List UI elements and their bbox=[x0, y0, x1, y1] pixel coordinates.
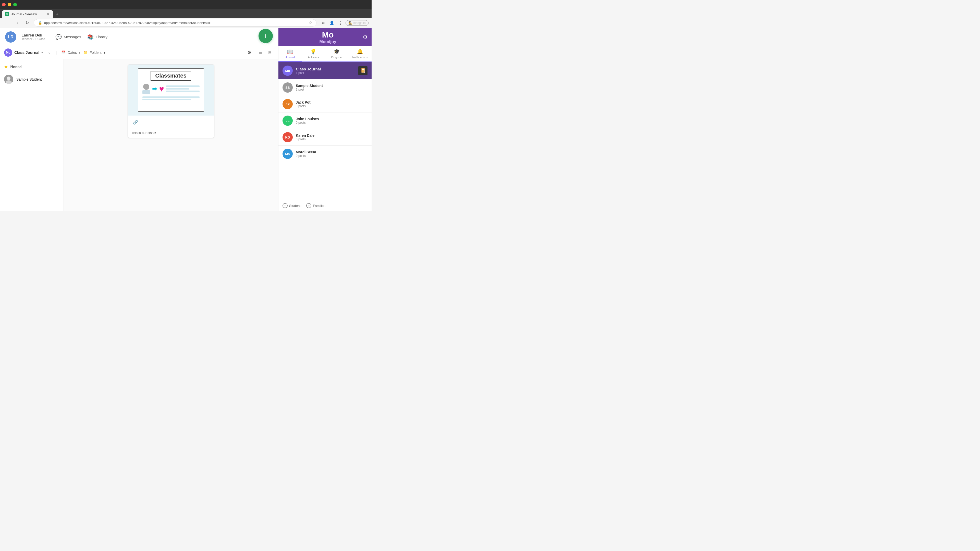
maximize-window-button[interactable] bbox=[13, 3, 17, 6]
incognito-indicator: 🕵 Incognito bbox=[345, 20, 369, 26]
url-bar[interactable]: 🔒 app.seesaw.me/#/class/class.e01bf4c2-9… bbox=[34, 19, 317, 27]
classmates-title: Classmates bbox=[151, 71, 191, 81]
classmates-illustration: Classmates ➡ ♥ bbox=[138, 68, 204, 112]
close-window-button[interactable] bbox=[2, 3, 6, 6]
user-role: Teacher · 1 Class bbox=[21, 37, 45, 41]
minimize-window-button[interactable] bbox=[8, 3, 11, 6]
browser-toolbar-icons: ⧉ 👤 ⋮ 🕵 Incognito bbox=[320, 19, 369, 27]
class-dropdown-arrow: ▾ bbox=[41, 51, 43, 54]
list-item[interactable]: SS Sample Student 1 post bbox=[278, 79, 372, 96]
student-info: Karen Dale 0 posts bbox=[296, 133, 368, 141]
class-journal-item[interactable]: Mo Class Journal 1 post 📔 bbox=[278, 62, 372, 79]
svg-point-1 bbox=[7, 76, 11, 80]
tab-close-button[interactable]: ✕ bbox=[46, 12, 50, 16]
add-label: Add bbox=[263, 42, 268, 45]
pinned-label: ★ Pinned bbox=[0, 63, 64, 72]
list-view-button[interactable]: ☰ bbox=[256, 48, 265, 57]
student-name: Sample Student bbox=[296, 84, 368, 88]
student-info: Jack Pot 0 posts bbox=[296, 100, 368, 108]
add-button[interactable]: + bbox=[259, 29, 273, 43]
library-link[interactable]: 📚 Library bbox=[87, 34, 107, 40]
add-families-button[interactable]: + Families bbox=[306, 203, 325, 208]
calendar-icon: 📅 bbox=[61, 51, 65, 55]
forward-button[interactable]: → bbox=[13, 19, 21, 27]
right-tabs: 📖 Journal 💡 Activities 🎓 Progress 🔔 Noti… bbox=[278, 46, 372, 62]
activities-tab-label: Activities bbox=[308, 56, 319, 59]
list-item[interactable]: JP Jack Pot 0 posts bbox=[278, 96, 372, 113]
journal-tab-icon: 📖 bbox=[287, 48, 293, 55]
student-info: John Louises 0 posts bbox=[296, 117, 368, 124]
user-avatar: LD bbox=[5, 32, 16, 43]
folder-icon: 📁 bbox=[83, 51, 88, 55]
messages-link[interactable]: 💬 Messages bbox=[56, 34, 81, 40]
pin-icon: ★ bbox=[4, 64, 8, 69]
app-header: LD Lauren Deli Teacher · 1 Class 💬 Messa… bbox=[0, 28, 278, 46]
profile-button[interactable]: 👤 bbox=[328, 19, 335, 27]
heart-icon: ♥ bbox=[159, 84, 164, 94]
prev-class-button[interactable]: ‹ bbox=[46, 49, 52, 56]
class-avatar: Mo bbox=[4, 48, 12, 57]
new-tab-button[interactable]: + bbox=[54, 11, 61, 18]
class-content: ★ Pinned Sample Student bbox=[0, 59, 278, 211]
app-container: LD Lauren Deli Teacher · 1 Class 💬 Messa… bbox=[0, 28, 372, 211]
view-toggle: ☰ ⊞ bbox=[256, 48, 274, 57]
list-item[interactable]: Sample Student bbox=[0, 72, 64, 86]
student-posts: 0 posts bbox=[296, 104, 368, 108]
toolbar-divider: | bbox=[56, 51, 57, 55]
avatar bbox=[4, 75, 13, 84]
dates-label: Dates bbox=[68, 51, 77, 55]
lock-icon: 🔒 bbox=[38, 21, 42, 25]
right-user-name: Moodjoy bbox=[293, 40, 363, 44]
class-name: Class Journal bbox=[14, 50, 39, 55]
post-card[interactable]: Classmates ➡ ♥ bbox=[127, 64, 215, 138]
plus-icon: + bbox=[283, 203, 288, 208]
post-image: Classmates ➡ ♥ bbox=[128, 65, 214, 116]
student-info: Sample Student 1 post bbox=[296, 84, 368, 91]
dates-dropdown-arrow: › bbox=[79, 51, 80, 55]
titlebar bbox=[0, 0, 372, 9]
activities-tab-icon: 💡 bbox=[310, 48, 317, 55]
grid-view-button[interactable]: ⊞ bbox=[266, 48, 274, 57]
content-lines bbox=[166, 86, 200, 92]
add-students-button[interactable]: + Students bbox=[283, 203, 302, 208]
tab-title: Journal - Seesaw bbox=[11, 12, 44, 16]
right-user-info: Mo Moodjoy bbox=[293, 30, 363, 44]
student-posts: 0 posts bbox=[296, 154, 368, 158]
student-posts: 0 posts bbox=[296, 138, 368, 141]
filter-button[interactable]: ⚙ bbox=[245, 48, 253, 57]
right-panel-footer: + Students + Families bbox=[278, 200, 372, 211]
library-icon: 📚 bbox=[87, 34, 94, 40]
window-controls bbox=[2, 3, 17, 6]
avatar: JL bbox=[283, 116, 293, 126]
list-item[interactable]: JL John Louises 0 posts bbox=[278, 113, 372, 129]
reload-button[interactable]: ↻ bbox=[24, 19, 30, 27]
list-item[interactable]: KD Karen Dale 0 posts bbox=[278, 129, 372, 146]
avatar: JP bbox=[283, 99, 293, 109]
folders-label: Folders bbox=[89, 51, 102, 55]
class-selector[interactable]: Mo Class Journal ▾ bbox=[4, 48, 43, 57]
student-name: Karen Dale bbox=[296, 133, 368, 138]
extensions-button[interactable]: ⧉ bbox=[320, 19, 327, 27]
active-tab[interactable]: S Journal - Seesaw ✕ bbox=[2, 10, 53, 18]
three-dot-menu-button[interactable]: ⋮ bbox=[337, 19, 344, 27]
tab-journal[interactable]: 📖 Journal bbox=[278, 46, 302, 62]
student-posts: 0 posts bbox=[296, 121, 368, 124]
date-selector[interactable]: 📅 Dates › bbox=[61, 51, 80, 55]
link-button[interactable]: 🔗 bbox=[131, 118, 140, 126]
plus-icon-families: + bbox=[306, 203, 311, 208]
tab-progress[interactable]: 🎓 Progress bbox=[325, 46, 348, 62]
tab-notifications[interactable]: 🔔 Notifications bbox=[348, 46, 372, 62]
class-journal-name: Class Journal bbox=[296, 67, 355, 71]
back-button[interactable]: ← bbox=[3, 19, 10, 27]
nav-links: 💬 Messages 📚 Library bbox=[56, 34, 107, 40]
class-journal-book-icon: 📔 bbox=[358, 66, 368, 75]
pinned-text: Pinned bbox=[10, 65, 22, 69]
list-item[interactable]: MS Mordi Seem 0 posts bbox=[278, 146, 372, 162]
incognito-label: Incognito bbox=[353, 21, 366, 25]
class-toolbar: Mo Class Journal ▾ ‹ | 📅 Dates › 📁 Folde… bbox=[0, 46, 278, 59]
class-journal-info: Class Journal 1 post bbox=[296, 67, 355, 75]
url-text: app.seesaw.me/#/class/class.e01bf4c2-9a2… bbox=[44, 21, 307, 25]
folder-selector[interactable]: 📁 Folders ▾ bbox=[83, 51, 105, 55]
settings-icon[interactable]: ⚙ bbox=[363, 34, 368, 40]
tab-activities[interactable]: 💡 Activities bbox=[302, 46, 325, 62]
